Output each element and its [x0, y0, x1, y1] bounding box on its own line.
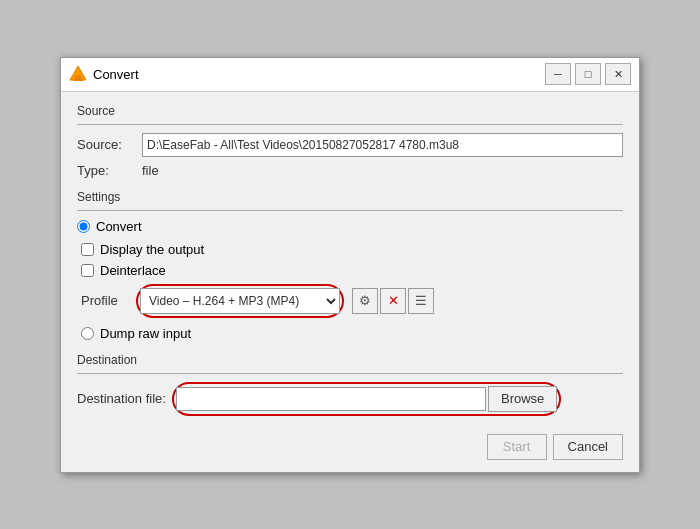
profile-dropdown-wrap: Video – H.264 + MP3 (MP4) Video – H.265 … — [136, 284, 344, 318]
vlc-icon — [69, 65, 87, 83]
type-label: Type: — [77, 163, 142, 178]
dump-raw-label: Dump raw input — [100, 326, 191, 341]
profile-settings-button[interactable]: ⚙ — [352, 288, 378, 314]
destination-file-row: Destination file: Browse — [77, 382, 623, 416]
destination-section-label: Destination — [77, 353, 623, 367]
type-value: file — [142, 163, 159, 178]
bottom-buttons: Start Cancel — [77, 430, 623, 460]
convert-radio[interactable] — [77, 220, 90, 233]
destination-section: Destination Destination file: Browse — [77, 353, 623, 416]
deinterlace-checkbox[interactable] — [81, 264, 94, 277]
dump-raw-radio[interactable] — [81, 327, 94, 340]
dump-raw-row: Dump raw input — [81, 326, 623, 341]
close-button[interactable]: ✕ — [605, 63, 631, 85]
svg-rect-2 — [73, 79, 83, 81]
profile-row: Profile Video – H.264 + MP3 (MP4) Video … — [81, 284, 623, 318]
source-label: Source: — [77, 137, 142, 152]
source-section: Source Source: Type: file — [77, 104, 623, 178]
settings-section: Settings Convert Display the output Dein… — [77, 190, 623, 341]
display-output-row: Display the output — [81, 242, 623, 257]
display-output-checkbox[interactable] — [81, 243, 94, 256]
minimize-button[interactable]: ─ — [545, 63, 571, 85]
dest-file-label: Destination file: — [77, 391, 172, 406]
start-button[interactable]: Start — [487, 434, 547, 460]
type-field-row: Type: file — [77, 163, 623, 178]
window-title: Convert — [93, 67, 545, 82]
cancel-button[interactable]: Cancel — [553, 434, 623, 460]
source-input[interactable] — [142, 133, 623, 157]
source-field-row: Source: — [77, 133, 623, 157]
settings-section-label: Settings — [77, 190, 623, 204]
source-divider — [77, 124, 623, 125]
source-section-label: Source — [77, 104, 623, 118]
destination-divider — [77, 373, 623, 374]
dialog-content: Source Source: Type: file Settings Conve… — [61, 92, 639, 472]
deinterlace-label: Deinterlace — [100, 263, 166, 278]
display-output-label: Display the output — [100, 242, 204, 257]
profile-select[interactable]: Video – H.264 + MP3 (MP4) Video – H.265 … — [140, 288, 340, 314]
convert-window: Convert ─ □ ✕ Source Source: Type: file … — [60, 57, 640, 473]
deinterlace-row: Deinterlace — [81, 263, 623, 278]
browse-button[interactable]: Browse — [488, 386, 557, 412]
destination-input[interactable] — [176, 387, 486, 411]
window-controls: ─ □ ✕ — [545, 63, 631, 85]
maximize-button[interactable]: □ — [575, 63, 601, 85]
profile-list-button[interactable]: ☰ — [408, 288, 434, 314]
profile-label: Profile — [81, 293, 136, 308]
svg-rect-1 — [75, 75, 81, 79]
settings-divider — [77, 210, 623, 211]
profile-delete-button[interactable]: ✕ — [380, 288, 406, 314]
convert-radio-label: Convert — [96, 219, 142, 234]
title-bar: Convert ─ □ ✕ — [61, 58, 639, 92]
browse-wrap: Browse — [172, 382, 561, 416]
convert-radio-row: Convert — [77, 219, 623, 234]
